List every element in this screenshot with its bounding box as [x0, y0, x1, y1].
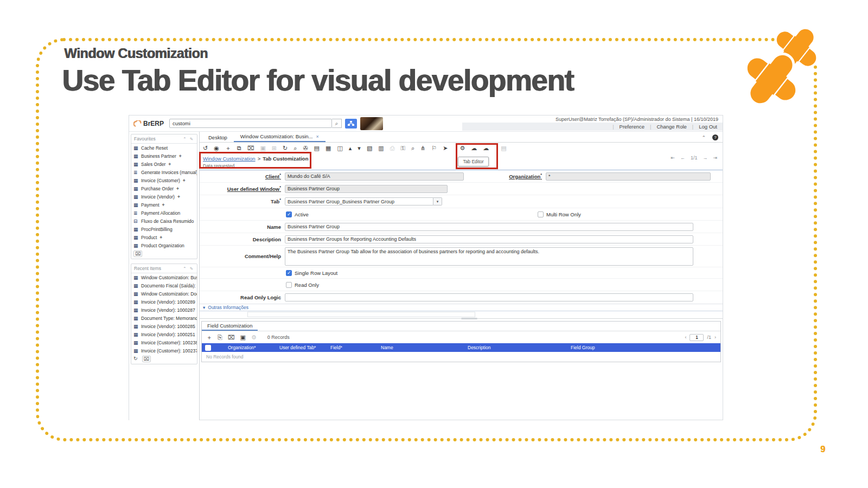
comment-help-field[interactable]: The Business Partner Group Tab allow for…: [285, 247, 693, 266]
page-next-icon[interactable]: ›: [714, 335, 716, 340]
multi-row-only-checkbox[interactable]: [538, 211, 544, 217]
recent-item[interactable]: ▦ Invoice (Customer): 100238: [131, 338, 197, 346]
user-defined-window-field[interactable]: [285, 185, 448, 193]
expand-plus-icon[interactable]: +: [179, 153, 182, 159]
add-row-icon[interactable]: ＋: [206, 334, 212, 341]
broadcast-icon[interactable]: ➤: [443, 145, 448, 151]
client-field[interactable]: [285, 172, 464, 181]
sidebar-item[interactable]: ▦ Product Organization: [131, 241, 197, 249]
recent-item[interactable]: ▦ Invoice (Vendor): 1000289: [131, 298, 197, 306]
requery-icon[interactable]: ↻: [283, 145, 288, 151]
column-header[interactable]: Description: [465, 345, 569, 350]
header-link[interactable]: Change Role: [651, 124, 692, 130]
last-record-icon[interactable]: ⇥: [713, 155, 717, 160]
single-row-layout-checkbox[interactable]: [286, 270, 292, 276]
row-settings-icon[interactable]: ⚙: [251, 334, 257, 341]
sidebar-item[interactable]: ▦ Payment +: [131, 201, 197, 209]
edit-row-icon[interactable]: ⎘: [218, 334, 222, 341]
panel-collapse-icon[interactable]: ⌃ ✎: [183, 137, 194, 142]
menu-lookup-button[interactable]: [345, 119, 357, 129]
lock-icon[interactable]: ⚿: [401, 145, 405, 151]
print-icon[interactable]: ⎙: [390, 145, 395, 151]
sidebar-item[interactable]: ▦ Product +: [131, 233, 197, 241]
tab-field[interactable]: [285, 197, 433, 206]
active-checkbox[interactable]: [286, 211, 292, 217]
search-input[interactable]: [169, 119, 332, 128]
sidebar-item[interactable]: ▦ ProcPrintBilling: [131, 225, 197, 233]
tab-desktop[interactable]: Desktop: [202, 133, 234, 142]
expand-plus-icon[interactable]: +: [162, 202, 165, 208]
help-icon[interactable]: ?: [712, 134, 718, 140]
sidebar-item[interactable]: ▦ Invoice (Vendor) +: [131, 192, 197, 201]
next-record-icon[interactable]: →: [703, 155, 707, 160]
previous-record-icon[interactable]: ←: [680, 155, 685, 160]
name-field[interactable]: [285, 223, 693, 231]
save-row-icon[interactable]: ▣: [240, 334, 246, 341]
recent-refresh-icon[interactable]: ↻: [133, 356, 138, 362]
breadcrumb-parent-link[interactable]: Window Customization: [203, 156, 256, 162]
archive-icon[interactable]: ▥: [378, 145, 384, 151]
customize-icon[interactable]: ⚙: [459, 145, 465, 151]
sidebar-item[interactable]: ⊟ Fluxo de Caixa Resumido: [131, 217, 197, 225]
favourites-trash-icon[interactable]: ⌧: [133, 251, 142, 257]
avatar[interactable]: [360, 117, 383, 130]
column-header[interactable]: Organization*: [226, 345, 277, 350]
parent-record-icon[interactable]: ▴: [349, 145, 352, 151]
sidebar-item[interactable]: ▦ Purchase Order +: [131, 184, 197, 192]
detail-layout-icon[interactable]: ◫: [337, 145, 342, 151]
save-record-icon[interactable]: ▣: [260, 145, 265, 151]
collapse-icon[interactable]: ⌃: [701, 135, 706, 140]
column-header[interactable]: User defined Tab*: [277, 345, 328, 350]
attachment-icon[interactable]: ✇: [303, 145, 308, 151]
save-create-icon[interactable]: ⊞: [272, 145, 277, 151]
form-icon[interactable]: ▧: [367, 145, 372, 151]
grid-toggle-icon[interactable]: ▦: [326, 145, 331, 151]
sidebar-item[interactable]: ▦ Business Partner +: [131, 152, 197, 160]
find-icon[interactable]: ⌕: [293, 145, 297, 151]
column-header[interactable]: Field Group: [569, 345, 720, 350]
tab-window-customization[interactable]: Window Customization: Busin...×: [234, 132, 326, 142]
copy-record-icon[interactable]: ⧉: [237, 145, 241, 151]
recent-item[interactable]: ▦ Window Customization: Docum: [131, 290, 197, 298]
recent-item[interactable]: ▦ Invoice (Vendor): 1000285: [131, 322, 197, 330]
select-all-checkbox[interactable]: [205, 345, 211, 351]
detail-record-icon[interactable]: ▾: [358, 145, 361, 151]
recent-trash-icon[interactable]: ⌧: [142, 356, 151, 362]
panel-collapse-icon[interactable]: ⌃ ✎: [183, 266, 194, 271]
organization-field[interactable]: [546, 172, 711, 181]
tab-field-customization[interactable]: Field Customization: [202, 322, 258, 331]
expand-plus-icon[interactable]: +: [183, 178, 186, 183]
sidebar-item[interactable]: ▦ Sales Order +: [131, 160, 197, 168]
column-header[interactable]: Name: [379, 345, 465, 350]
page-input[interactable]: [690, 334, 704, 341]
sidebar-item[interactable]: ≣ Payment Allocation: [131, 209, 197, 217]
new-record-icon[interactable]: ＋: [225, 145, 231, 151]
recent-item[interactable]: ▦ Invoice (Customer): 100237: [131, 346, 197, 355]
expand-plus-icon[interactable]: +: [177, 194, 180, 200]
sidebar-item[interactable]: ▦ Invoice (Customer) +: [131, 176, 197, 184]
search-icon[interactable]: ⌕: [332, 119, 342, 128]
recent-item[interactable]: ▦ Documento Fiscal (Saída): 5366: [131, 281, 197, 290]
sidebar-item[interactable]: ▦ Cache Reset: [131, 144, 197, 152]
csv-import-icon[interactable]: ▤: [501, 145, 506, 151]
chevron-down-icon[interactable]: ▾: [433, 197, 442, 206]
column-header[interactable]: Field*: [328, 345, 379, 350]
outras-informacoes-section[interactable]: ▾ Outras Informações: [200, 304, 723, 311]
recent-item[interactable]: ▦ Document Type: Memorando de: [131, 314, 197, 322]
read-only-logic-field[interactable]: [285, 293, 693, 301]
undo-icon[interactable]: ↺: [203, 145, 208, 151]
close-tab-icon[interactable]: ×: [316, 134, 318, 139]
sidebar-item[interactable]: ≣ Generate Invoices (manual): [131, 168, 197, 176]
splitter-handle[interactable]: [461, 318, 477, 319]
expand-plus-icon[interactable]: +: [176, 186, 179, 191]
recent-item[interactable]: ▦ Invoice (Vendor): 1000251: [131, 330, 197, 338]
first-record-icon[interactable]: ⇤: [671, 155, 675, 160]
delete-row-icon[interactable]: ⌧: [228, 334, 235, 341]
expand-plus-icon[interactable]: +: [159, 235, 162, 240]
read-only-checkbox[interactable]: [286, 282, 292, 288]
header-link[interactable]: Log Out: [693, 124, 723, 130]
export-icon[interactable]: ☁: [471, 145, 477, 151]
record-info-icon[interactable]: ◉: [214, 145, 219, 151]
recent-item[interactable]: ▦ Invoice (Vendor): 1000287: [131, 306, 197, 314]
description-field[interactable]: [285, 235, 693, 243]
